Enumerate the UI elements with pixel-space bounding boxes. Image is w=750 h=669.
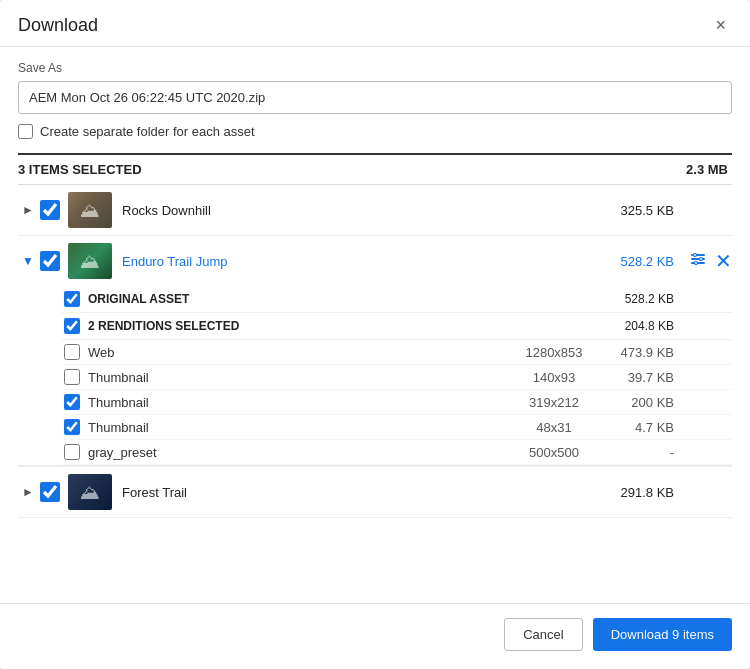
download-dialog: Download × Save As Create separate folde… [0, 0, 750, 669]
rendition-name: Thumbnail [88, 395, 514, 410]
rendition-checkbox[interactable] [64, 369, 80, 385]
rendition-item: Thumbnail 140x93 39.7 KB [62, 365, 732, 390]
rendition-name: gray_preset [88, 445, 514, 460]
asset-name: Rocks Downhill [122, 203, 594, 218]
thumb-icon: ⛰ [80, 199, 100, 222]
remove-icon[interactable]: ✕ [715, 249, 732, 273]
rendition-checkbox[interactable] [64, 419, 80, 435]
close-button[interactable]: × [709, 14, 732, 36]
asset-row: ► ⛰ Rocks Downhill 325.5 KB [18, 185, 732, 236]
settings-icon[interactable] [689, 250, 707, 273]
rendition-size: 200 KB [594, 395, 674, 410]
dialog-header: Download × [0, 0, 750, 47]
rendition-dim: 48x31 [514, 420, 594, 435]
asset-size: 325.5 KB [594, 203, 674, 218]
rendition-size: 39.7 KB [594, 370, 674, 385]
asset-size: 528.2 KB [594, 254, 674, 269]
asset-name: Forest Trail [122, 485, 594, 500]
rendition-dim: 1280x853 [514, 345, 594, 360]
svg-point-5 [695, 261, 698, 264]
thumb-icon: ⛰ [80, 481, 100, 504]
expand-chevron[interactable]: ► [18, 485, 38, 499]
asset-name: Enduro Trail Jump [122, 254, 594, 269]
rendition-item: Web 1280x853 473.9 KB [62, 340, 732, 365]
items-selected-label: 3 ITEMS SELECTED [18, 162, 142, 177]
asset-thumbnail: ⛰ [68, 243, 112, 279]
svg-point-3 [694, 253, 697, 256]
items-header: 3 ITEMS SELECTED 2.3 MB [18, 153, 732, 185]
folder-checkbox[interactable] [18, 124, 33, 139]
rendition-name: Web [88, 345, 514, 360]
asset-thumbnail: ⛰ [68, 474, 112, 510]
asset-checkbox[interactable] [40, 482, 60, 502]
renditions-selected-label: 2 RENDITIONS SELECTED [88, 319, 594, 333]
original-label: ORIGINAL ASSET [88, 292, 594, 306]
rendition-checkbox[interactable] [64, 344, 80, 360]
asset-checkbox[interactable] [40, 200, 60, 220]
svg-point-4 [700, 257, 703, 260]
expand-chevron[interactable]: ► [18, 203, 38, 217]
rendition-checkbox[interactable] [64, 444, 80, 460]
renditions-selected-row: 2 RENDITIONS SELECTED 204.8 KB [62, 313, 732, 340]
asset-list: ► ⛰ Rocks Downhill 325.5 KB ▼ ⛰ Enduro T… [18, 185, 732, 518]
original-checkbox[interactable] [64, 291, 80, 307]
asset-row: ► ⛰ Forest Trail 291.8 KB [18, 466, 732, 518]
save-as-input[interactable] [18, 81, 732, 114]
rendition-size: 4.7 KB [594, 420, 674, 435]
dialog-title: Download [18, 15, 98, 36]
rendition-dim: 319x212 [514, 395, 594, 410]
cancel-button[interactable]: Cancel [504, 618, 582, 651]
rendition-item: Thumbnail 48x31 4.7 KB [62, 415, 732, 440]
download-button[interactable]: Download 9 items [593, 618, 732, 651]
rendition-dim: 140x93 [514, 370, 594, 385]
rendition-name: Thumbnail [88, 370, 514, 385]
asset-thumbnail: ⛰ [68, 192, 112, 228]
rendition-checkbox[interactable] [64, 394, 80, 410]
asset-actions: ✕ [674, 249, 732, 273]
thumb-icon: ⛰ [80, 250, 100, 273]
rendition-size: - [594, 445, 674, 460]
asset-checkbox[interactable] [40, 251, 60, 271]
folder-option-row: Create separate folder for each asset [18, 124, 732, 139]
original-size: 528.2 KB [594, 292, 674, 306]
dialog-body: Save As Create separate folder for each … [0, 47, 750, 603]
items-total-size: 2.3 MB [686, 162, 732, 177]
rendition-dim: 500x500 [514, 445, 594, 460]
rendition-name: Thumbnail [88, 420, 514, 435]
rendition-section: ORIGINAL ASSET 528.2 KB 2 RENDITIONS SEL… [18, 286, 732, 466]
rendition-size: 473.9 KB [594, 345, 674, 360]
dialog-footer: Cancel Download 9 items [0, 603, 750, 669]
asset-row: ▼ ⛰ Enduro Trail Jump 528.2 KB [18, 236, 732, 286]
rendition-original-row: ORIGINAL ASSET 528.2 KB [62, 286, 732, 313]
asset-size: 291.8 KB [594, 485, 674, 500]
renditions-selected-checkbox[interactable] [64, 318, 80, 334]
save-as-label: Save As [18, 61, 732, 75]
renditions-selected-size: 204.8 KB [594, 319, 674, 333]
expand-chevron[interactable]: ▼ [18, 254, 38, 268]
rendition-item: Thumbnail 319x212 200 KB [62, 390, 732, 415]
rendition-item: gray_preset 500x500 - [62, 440, 732, 465]
folder-label: Create separate folder for each asset [40, 124, 255, 139]
